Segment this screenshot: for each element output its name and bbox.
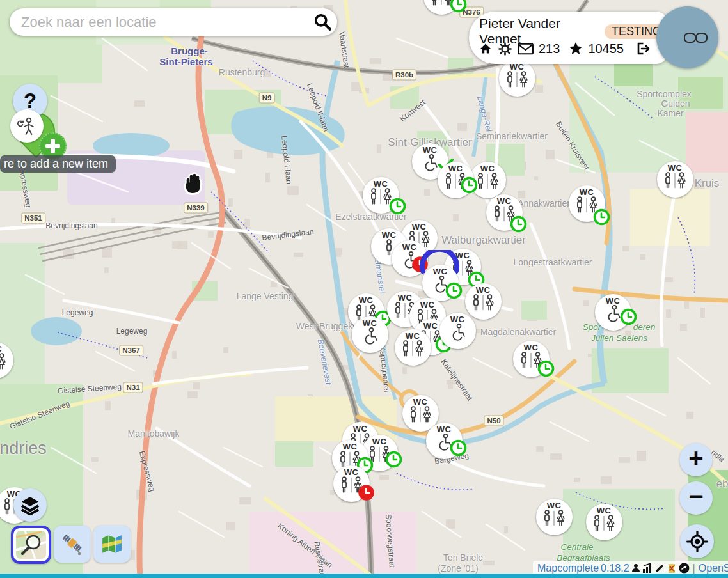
messages-icon[interactable]: [517, 42, 534, 56]
add-item-button[interactable]: [10, 109, 44, 143]
wc-marker[interactable]: WC: [465, 283, 502, 320]
wc-marker-label: WC: [420, 301, 434, 309]
toilet-man-woman-icon: [470, 294, 496, 314]
wc-marker[interactable]: WC: [536, 499, 573, 535]
wc-marker-label: WC: [353, 425, 367, 433]
wheelchair-toilet-icon: [360, 327, 379, 347]
community-icon[interactable]: [679, 563, 690, 574]
wc-marker[interactable]: WC: [586, 504, 622, 540]
wc-marker-label: WC: [597, 506, 611, 515]
wc-marker-label: WC: [359, 296, 373, 304]
message-count: 213: [539, 42, 560, 56]
wheelchair-toilet-icon: [400, 251, 419, 271]
wc-marker[interactable]: WC: [333, 465, 370, 502]
logout-icon[interactable]: [635, 41, 651, 56]
person-wrench-icon: [17, 116, 37, 136]
star-count: 10455: [588, 42, 624, 56]
app-name[interactable]: Mapcomplete: [537, 563, 599, 574]
search-input[interactable]: [10, 14, 309, 31]
wc-marker[interactable]: WC: [569, 185, 605, 222]
zoom-out-button[interactable]: −: [679, 481, 713, 515]
statistics-icon[interactable]: [631, 563, 640, 573]
wc-marker-label: WC: [0, 345, 2, 353]
star-icon: [568, 41, 583, 56]
toilet-man-woman-icon: [591, 515, 617, 535]
basemap-satellite-button[interactable]: [54, 526, 91, 563]
toilet-man-woman-icon: [367, 446, 392, 465]
crosshair-icon: [686, 530, 709, 553]
wheelchair-toilet-icon: [431, 276, 450, 295]
wc-marker[interactable]: WC: [513, 341, 550, 377]
wc-marker-label: WC: [413, 398, 427, 406]
toilet-man-woman-icon: [504, 71, 530, 91]
add-item-tooltip: re to add a new item: [0, 155, 116, 173]
layers-button[interactable]: [13, 488, 47, 522]
wc-marker-label: WC: [412, 223, 426, 231]
satellite-icon: [59, 531, 85, 557]
pencil-icon[interactable]: [654, 563, 665, 574]
wc-marker[interactable]: WC: [657, 161, 693, 198]
glasses-icon: [684, 33, 696, 43]
toilet-man-woman-icon: [574, 196, 599, 216]
toilet-man-woman-icon: [338, 476, 364, 496]
wc-marker-label: WC: [448, 164, 463, 173]
folded-map-icon: [100, 533, 124, 556]
wc-marker[interactable]: WC: [595, 294, 631, 331]
wc-marker-label: WC: [398, 293, 412, 302]
wc-marker-label: WC: [450, 315, 464, 324]
chart-icon[interactable]: [642, 563, 653, 573]
search-icon[interactable]: [309, 10, 337, 35]
search-bar: [10, 8, 337, 36]
wc-marker[interactable]: WC: [352, 316, 388, 353]
zoom-in-button[interactable]: +: [679, 443, 713, 476]
geolocate-button[interactable]: [680, 524, 714, 558]
app-version: 0.18.2: [601, 563, 629, 574]
toilet-man-woman-icon: [662, 172, 688, 192]
wheelchair-toilet-icon: [434, 434, 454, 453]
wc-marker-label: WC: [374, 180, 388, 188]
basemap-map-button[interactable]: [93, 526, 131, 563]
toilet-man-woman-icon: [443, 173, 468, 192]
attribution-divider: |: [693, 563, 695, 574]
wc-marker-label: WC: [437, 425, 451, 434]
wc-marker-label: WC: [580, 188, 594, 196]
wc-marker-label: WC: [433, 267, 447, 276]
toilet-man-woman-icon: [475, 173, 500, 192]
wc-marker-label: WC: [382, 231, 396, 239]
wc-marker[interactable]: WC: [439, 313, 476, 349]
toilet-man-woman-icon: [429, 0, 454, 9]
avatar[interactable]: [656, 6, 718, 68]
gear-icon[interactable]: [498, 42, 512, 56]
wc-marker[interactable]: WC: [426, 423, 463, 459]
basemap-osm-button[interactable]: [11, 526, 51, 564]
wc-marker[interactable]: WC: [422, 265, 459, 301]
wc-marker-label: WC: [402, 243, 416, 251]
wc-marker[interactable]: WC: [499, 60, 535, 97]
wc-marker-label: WC: [524, 343, 538, 352]
theme-wc-icon[interactable]: [667, 563, 677, 574]
toilet-man-woman-icon: [400, 340, 425, 360]
wc-marker-label: WC: [363, 319, 377, 327]
wc-marker[interactable]: WC: [438, 162, 474, 198]
wc-marker[interactable]: WC: [486, 194, 523, 231]
bottom-bar: [0, 574, 728, 578]
osm-link[interactable]: OpenStreetMap: [699, 563, 728, 574]
wc-marker-label: WC: [476, 286, 490, 294]
wc-marker-label: WC: [423, 322, 438, 330]
wc-marker[interactable]: WC: [363, 177, 399, 214]
home-icon[interactable]: [478, 41, 493, 56]
toilet-man-woman-icon: [408, 406, 433, 426]
wheelchair-toilet-icon: [420, 154, 439, 174]
wc-marker-label: WC: [343, 442, 357, 451]
toilet-man-woman-icon: [0, 353, 8, 373]
toilet-man-woman-icon: [491, 205, 517, 225]
wheelchair-toilet-icon: [603, 305, 622, 325]
layers-icon: [20, 495, 40, 515]
wc-marker-label: WC: [480, 164, 495, 173]
wc-marker-label: WC: [344, 468, 358, 476]
wc-marker-label: WC: [406, 332, 420, 340]
wc-marker-label: WC: [547, 501, 561, 510]
wc-marker[interactable]: WC: [470, 162, 506, 198]
wheelchair-toilet-icon: [448, 324, 467, 343]
wc-marker[interactable]: WC: [395, 329, 431, 366]
